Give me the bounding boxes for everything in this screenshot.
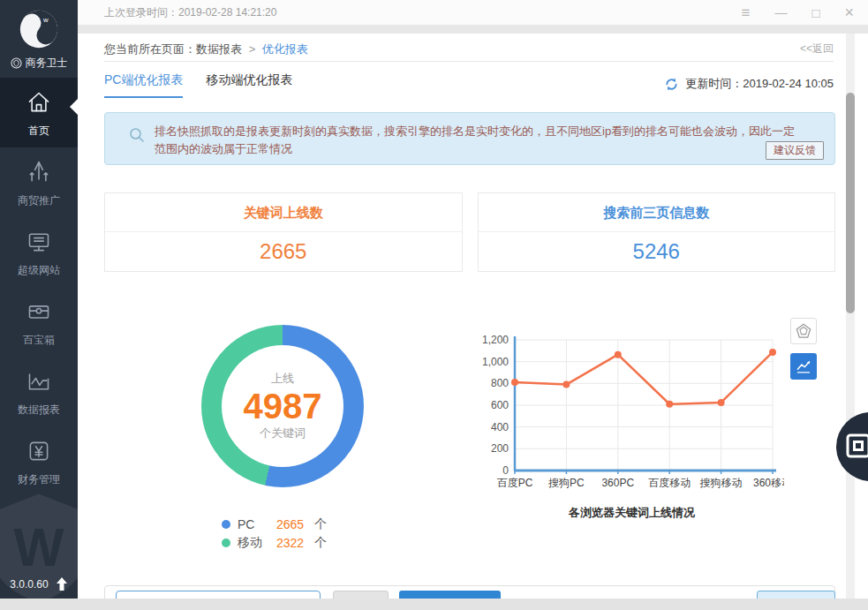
logo-block: w 商务卫士 — [0, 0, 78, 78]
scrollbar-thumb[interactable] — [846, 93, 855, 313]
legend-value: 2322 — [276, 536, 304, 550]
window-controls: ≡ — □ × — [742, 4, 868, 20]
svg-text:搜狗PC: 搜狗PC — [548, 477, 585, 489]
svg-text:w: w — [42, 16, 49, 24]
partial-outline-button[interactable] — [757, 591, 835, 599]
minimize-icon[interactable]: — — [774, 6, 787, 19]
tab-mobile-report[interactable]: 移动端优化报表 — [206, 72, 292, 98]
donut-total-value: 4987 — [201, 387, 364, 425]
svg-text:W: W — [14, 517, 64, 577]
stat-card-value: 2665 — [105, 232, 462, 271]
toolbox-icon — [26, 312, 51, 327]
notice-banner: 排名快照抓取的是报表更新时刻的真实数据，搜索引擎的排名是实时变化的，且不同地区i… — [104, 112, 835, 165]
legend-unit: 个 — [314, 516, 327, 532]
sidebar: w 商务卫士 首页 — [0, 0, 78, 599]
refresh-icon[interactable] — [664, 77, 679, 92]
svg-text:1,000: 1,000 — [482, 356, 509, 368]
version-row: 3.0.0.60 — [0, 577, 78, 591]
close-icon[interactable]: × — [844, 4, 854, 20]
update-time-row: 更新时间：2019-02-24 10:05 — [664, 76, 834, 92]
report-icon — [26, 381, 51, 396]
legend-value: 2665 — [276, 517, 304, 531]
stat-card-keywords-online: 关键词上线数 2665 — [104, 192, 463, 272]
sidebar-item-label: 数据报表 — [0, 403, 78, 418]
line-chart-svg: 02004006008001,0001,200百度PC搜狗PC360PC百度移动… — [479, 332, 784, 508]
svg-text:百度PC: 百度PC — [497, 477, 533, 489]
breadcrumb-separator: > — [249, 42, 256, 56]
legend-row-pc: PC 2665 个 — [222, 515, 327, 533]
svg-text:0: 0 — [502, 464, 509, 477]
svg-text:360PC: 360PC — [601, 477, 634, 489]
yin-yang-logo-icon: w — [19, 9, 59, 49]
version-label: 3.0.0.60 — [10, 578, 48, 591]
scrollbar-track[interactable] — [846, 34, 855, 599]
legend-unit: 个 — [314, 535, 327, 551]
legend-name: 移动 — [238, 535, 269, 551]
back-link[interactable]: <<返回 — [800, 41, 834, 56]
feedback-button[interactable]: 建议反馈 — [766, 141, 824, 160]
bottom-strip — [0, 599, 868, 610]
active-item-notch — [70, 99, 78, 115]
legend-row-mobile: 移动 2322 个 — [222, 533, 327, 552]
breadcrumb-divider — [104, 61, 834, 62]
breadcrumb-prefix: 您当前所在页面：数据报表 — [104, 42, 242, 56]
keyword-input[interactable] — [116, 591, 321, 599]
stat-card-title: 关键词上线数 — [105, 193, 462, 232]
main-content: 您当前所在页面：数据报表 > 优化报表 <<返回 PC端优化报表 移动端优化报表… — [78, 34, 846, 599]
sidebar-item-home[interactable]: 首页 — [0, 78, 78, 147]
home-icon — [26, 102, 51, 117]
pentagon-icon — [796, 323, 811, 339]
donut-legend: PC 2665 个 移动 2322 个 — [222, 515, 327, 552]
sidebar-item-website[interactable]: 超级网站 — [0, 217, 78, 287]
sidebar-item-toolbox[interactable]: 百宝箱 — [0, 287, 78, 357]
titlebar-divider — [78, 25, 868, 34]
sidebar-item-label: 百宝箱 — [0, 333, 78, 348]
line-chart-icon — [796, 358, 811, 374]
sidebar-item-reports[interactable]: 数据报表 — [0, 357, 78, 426]
partial-blue-button[interactable] — [399, 591, 501, 599]
legend-name: PC — [238, 517, 269, 531]
upgrade-arrow-icon[interactable] — [56, 577, 68, 591]
partial-grey-button[interactable] — [333, 591, 389, 599]
stat-card-top3-pages: 搜索前三页信息数 5246 — [478, 192, 836, 272]
line-chart-title: 各浏览器关键词上线情况 — [479, 505, 784, 521]
notice-text: 排名快照抓取的是报表更新时刻的真实数据，搜索引擎的排名是实时变化的，且不同地区i… — [155, 123, 799, 158]
sidebar-item-label: 财务管理 — [0, 472, 78, 487]
sidebar-item-label: 商贸推广 — [0, 193, 78, 208]
last-login-label: 上次登录时间：2019-02-28 14:21:20 — [104, 5, 276, 20]
sidebar-item-finance[interactable]: 财务管理 — [0, 426, 78, 496]
brand-shield-icon — [11, 57, 22, 69]
svg-text:360移动: 360移动 — [753, 477, 784, 489]
promote-icon — [26, 172, 51, 187]
sidebar-item-label: 首页 — [0, 124, 78, 139]
breadcrumb: 您当前所在页面：数据报表 > 优化报表 <<返回 — [104, 41, 834, 57]
legend-dot-mobile — [222, 538, 230, 547]
stat-cards: 关键词上线数 2665 搜索前三页信息数 5246 — [104, 192, 835, 272]
donut-center-text: 上线 4987 个关键词 — [201, 325, 364, 487]
tab-pc-report[interactable]: PC端优化报表 — [104, 72, 183, 98]
partial-bottom-panel — [104, 585, 835, 599]
tab-bar: PC端优化报表 移动端优化报表 — [104, 72, 292, 98]
chart-type-line-button[interactable] — [790, 353, 817, 380]
chart-type-pentagon-button[interactable] — [790, 318, 817, 344]
brand-name: 商务卫士 — [26, 56, 68, 71]
svg-text:400: 400 — [491, 421, 509, 433]
stat-card-title: 搜索前三页信息数 — [479, 193, 835, 232]
update-time-label: 更新时间：2019-02-24 10:05 — [685, 76, 834, 92]
titlebar: 上次登录时间：2019-02-28 14:21:20 ≡ — □ × — [78, 0, 868, 25]
breadcrumb-current[interactable]: 优化报表 — [262, 42, 308, 56]
stat-card-value: 5246 — [479, 232, 835, 271]
search-icon — [129, 127, 145, 143]
legend-dot-pc — [222, 520, 230, 529]
app-window: w 商务卫士 首页 — [0, 0, 868, 610]
svg-text:1,200: 1,200 — [482, 334, 509, 346]
website-icon — [26, 242, 51, 257]
finance-icon — [26, 451, 51, 466]
donut-label-top: 上线 — [201, 371, 364, 387]
menu-icon[interactable]: ≡ — [742, 5, 751, 20]
svg-text:600: 600 — [491, 399, 509, 411]
svg-text:搜狗移动: 搜狗移动 — [700, 477, 743, 489]
maximize-icon[interactable]: □ — [811, 6, 819, 19]
svg-text:200: 200 — [491, 442, 509, 455]
sidebar-item-promotion[interactable]: 商贸推广 — [0, 147, 78, 217]
